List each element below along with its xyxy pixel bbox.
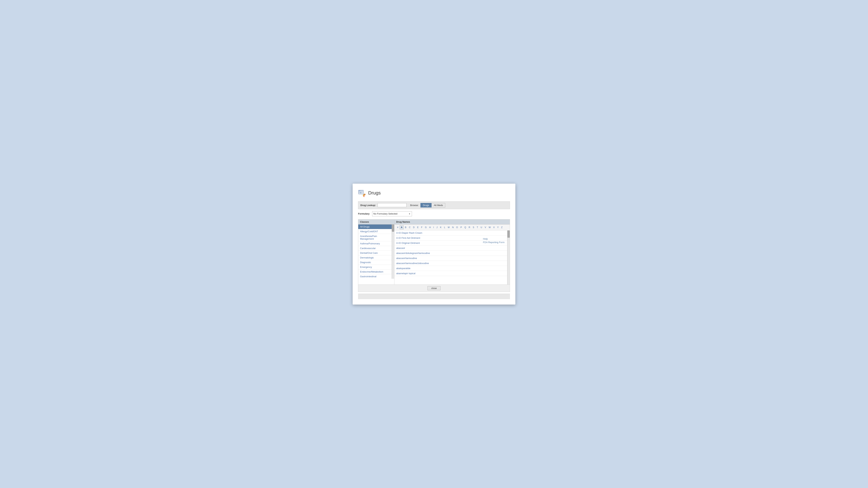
- alpha-btn-o[interactable]: O: [455, 225, 459, 229]
- drug-item[interactable]: abacavir: [394, 246, 507, 251]
- alpha-btn-i[interactable]: I: [432, 225, 435, 229]
- alpha-btn-u[interactable]: U: [479, 225, 484, 229]
- class-item-endocrine[interactable]: Endocrine/Metabolism: [358, 269, 392, 274]
- page-header: 💊 Drugs: [358, 187, 510, 197]
- alpha-btn-q[interactable]: Q: [463, 225, 467, 229]
- alpha-btn-j[interactable]: J: [435, 225, 439, 229]
- help-links: Help FDA Reporting Form: [483, 237, 504, 243]
- panel-body: Classes All DrugsAllergy/Cold/ENTAnesthe…: [358, 220, 510, 285]
- class-item-dermatologic[interactable]: Dermatologic: [358, 255, 392, 260]
- alpha-bar: #ABCDEFGHIJKLMNOPQRSTUVWXYZ: [394, 225, 510, 230]
- drug-item[interactable]: abaloparatide: [394, 266, 507, 271]
- svg-rect-4: [362, 191, 363, 191]
- alpha-btn-x[interactable]: X: [492, 225, 496, 229]
- alpha-btn-g[interactable]: G: [424, 225, 428, 229]
- svg-rect-3: [360, 191, 361, 191]
- lookup-label: Drug Lookup:: [361, 204, 376, 206]
- tab-drugs[interactable]: Drugs: [421, 203, 431, 207]
- drug-item[interactable]: abacavir/dolutegravir/lamivudine: [394, 251, 507, 256]
- drug-item[interactable]: abacavir/lamivudine/zidovudine: [394, 261, 507, 266]
- alpha-btn-l[interactable]: L: [443, 225, 446, 229]
- class-item-asthma[interactable]: Asthma/Pulmonary: [358, 241, 392, 246]
- drug-lookup-input[interactable]: [378, 203, 406, 207]
- svg-text:💊: 💊: [363, 195, 365, 197]
- svg-rect-5: [359, 193, 360, 193]
- drug-item[interactable]: abametapir topical: [394, 271, 507, 276]
- drugs-scrollbar-thumb: [507, 230, 510, 238]
- class-item-diagnostic[interactable]: Diagnostic: [358, 260, 392, 265]
- main-panel: Classes All DrugsAllergy/Cold/ENTAnesthe…: [358, 219, 510, 292]
- drug-item[interactable]: A+D Diaper Rash Cream: [394, 230, 507, 235]
- browse-label: Browse:: [410, 204, 418, 206]
- svg-rect-2: [359, 191, 360, 191]
- alpha-btn-y[interactable]: Y: [496, 225, 500, 229]
- class-item-cardiovascular[interactable]: Cardiovascular: [358, 246, 392, 251]
- alpha-btn-p[interactable]: P: [459, 225, 463, 229]
- class-item-allergy[interactable]: Allergy/Cold/ENT: [358, 229, 392, 234]
- alpha-btn-z[interactable]: Z: [500, 225, 504, 229]
- class-item-emergency[interactable]: Emergency: [358, 265, 392, 269]
- classes-scrollbar-thumb: [392, 225, 394, 232]
- alpha-btn-e[interactable]: E: [416, 225, 420, 229]
- alpha-btn-#[interactable]: #: [396, 225, 400, 229]
- alpha-btn-c[interactable]: C: [408, 225, 412, 229]
- alpha-btn-f[interactable]: F: [420, 225, 424, 229]
- browse-tabs: Drugs Alt Meds: [421, 203, 445, 207]
- drugs-header: Drug Names: [394, 220, 510, 225]
- drugs-panel: Drug Names #ABCDEFGHIJKLMNOPQRSTUVWXYZ A…: [394, 220, 510, 285]
- drugs-scrollbar[interactable]: [507, 230, 510, 285]
- formulary-label: Formulary: [358, 213, 370, 215]
- help-link[interactable]: Help: [483, 237, 504, 240]
- lookup-bar: Drug Lookup: Browse: Drugs Alt Meds: [358, 201, 510, 209]
- bottom-bar: [358, 294, 510, 299]
- alpha-btn-b[interactable]: B: [404, 225, 408, 229]
- drug-item[interactable]: abacavir/lamivudine: [394, 256, 507, 261]
- classes-header: Classes: [358, 220, 394, 225]
- alpha-btn-m[interactable]: M: [446, 225, 451, 229]
- alpha-btn-t[interactable]: T: [475, 225, 479, 229]
- class-item-dental[interactable]: Dental/Oral Care: [358, 251, 392, 255]
- drugs-icon: 💊: [358, 189, 366, 197]
- classes-scroll-wrapper: All DrugsAllergy/Cold/ENTAnesthesia/Pain…: [358, 225, 394, 279]
- close-button[interactable]: close: [428, 286, 440, 290]
- alpha-btn-r[interactable]: R: [467, 225, 472, 229]
- classes-list: All DrugsAllergy/Cold/ENTAnesthesia/Pain…: [358, 225, 392, 279]
- alpha-btn-a[interactable]: A: [400, 225, 404, 229]
- alpha-btn-w[interactable]: W: [487, 225, 492, 229]
- formulary-row: Formulary No Formulary Selected: [358, 211, 510, 216]
- tab-alt-meds[interactable]: Alt Meds: [431, 203, 445, 207]
- fda-reporting-link[interactable]: FDA Reporting Form: [483, 241, 504, 243]
- formulary-select[interactable]: No Formulary Selected: [372, 211, 412, 216]
- alpha-btn-d[interactable]: D: [412, 225, 416, 229]
- page-title: Drugs: [368, 190, 381, 196]
- alpha-btn-h[interactable]: H: [428, 225, 432, 229]
- classes-scrollbar[interactable]: [392, 225, 394, 279]
- close-bar: close: [358, 285, 510, 292]
- alpha-btn-n[interactable]: N: [451, 225, 455, 229]
- class-item-gastrointestinal[interactable]: Gastrointestinal: [358, 274, 392, 279]
- alpha-btn-k[interactable]: K: [439, 225, 443, 229]
- alpha-btn-v[interactable]: V: [484, 225, 487, 229]
- svg-rect-6: [360, 193, 361, 193]
- alpha-btn-s[interactable]: S: [471, 225, 475, 229]
- class-item-all-drugs[interactable]: All Drugs: [358, 225, 392, 229]
- class-item-anesthesia[interactable]: Anesthesia/Pain Management: [358, 234, 392, 241]
- classes-panel: Classes All DrugsAllergy/Cold/ENTAnesthe…: [358, 220, 394, 285]
- formulary-select-wrapper: No Formulary Selected: [372, 211, 412, 216]
